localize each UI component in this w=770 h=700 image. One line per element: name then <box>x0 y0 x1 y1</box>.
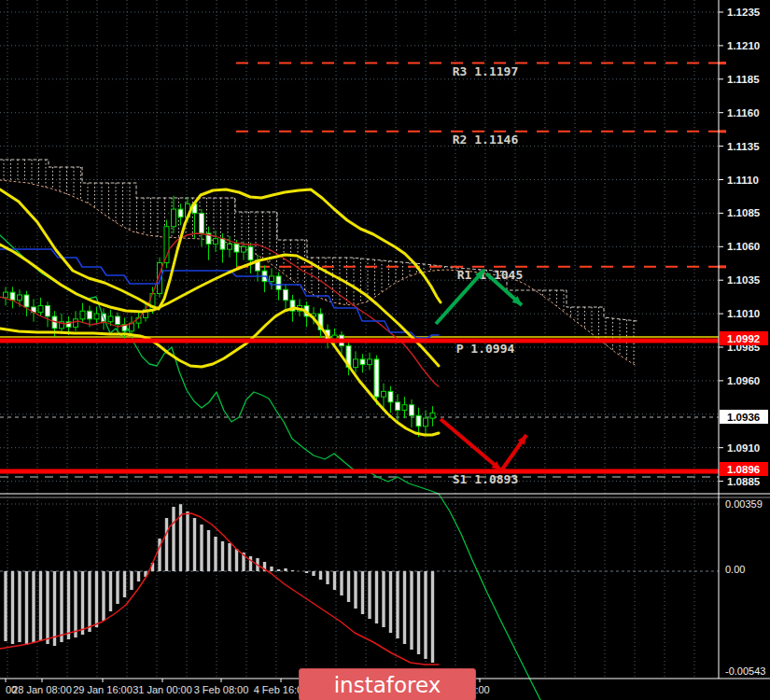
price-axis-label: 1.1135 <box>727 141 760 152</box>
price-axis-label: 1.1085 <box>727 207 761 218</box>
instaforex-watermark-banner: instaforex <box>299 668 476 700</box>
pivot-label-s1: S1 1.0893 <box>453 472 518 486</box>
price-axis-label: 1.0885 <box>727 476 761 487</box>
time-axis-label: 28 Jan 08:00 <box>12 684 72 695</box>
chart-annotation-title: Possible price movement <box>280 28 588 47</box>
price-axis-label: 1.1110 <box>727 175 759 186</box>
price-axis-label: 1.0910 <box>727 442 760 454</box>
pivot-label-r3: R3 1.1197 <box>453 64 518 78</box>
price-tag-label: 1.0992 <box>727 333 760 344</box>
time-axis-label: 31 Jan 00:00 <box>133 684 192 695</box>
price-axis-label: 1.1235 <box>727 7 761 18</box>
price-axis-label: 1.1185 <box>727 74 760 85</box>
pivot-label-p: P 1.0994 <box>456 342 515 356</box>
price-axis-label: 1.1010 <box>727 308 760 319</box>
price-chart-canvas[interactable]: R3 1.1197R2 1.1146R1 1.1045P 1.0994S1 1.… <box>0 0 770 700</box>
price-axis-label: 1.1210 <box>727 40 760 51</box>
price-axis-label: 1.1035 <box>727 274 761 286</box>
macd-axis-label: 0.00 <box>725 564 745 575</box>
price-axis-label: 1.1060 <box>727 241 760 252</box>
instaforex-watermark-label: instaforex <box>334 673 441 697</box>
time-axis-label: 29 Jan 16:00 <box>73 684 133 695</box>
time-axis-label: 3 Feb 08:00 <box>194 684 249 695</box>
price-tag-label: 1.0936 <box>727 412 760 423</box>
price-tag-label: 1.0896 <box>727 464 760 475</box>
macd-axis-label: -0.00543 <box>725 665 765 677</box>
trading-chart-window: R3 1.1197R2 1.1146R1 1.1045P 1.0994S1 1.… <box>0 0 770 700</box>
macd-axis-label: 0.00359 <box>725 498 763 510</box>
price-axis-label: 1.1160 <box>727 107 760 119</box>
pivot-label-r2: R2 1.1146 <box>453 133 519 147</box>
price-axis-label: 1.0960 <box>727 375 760 386</box>
